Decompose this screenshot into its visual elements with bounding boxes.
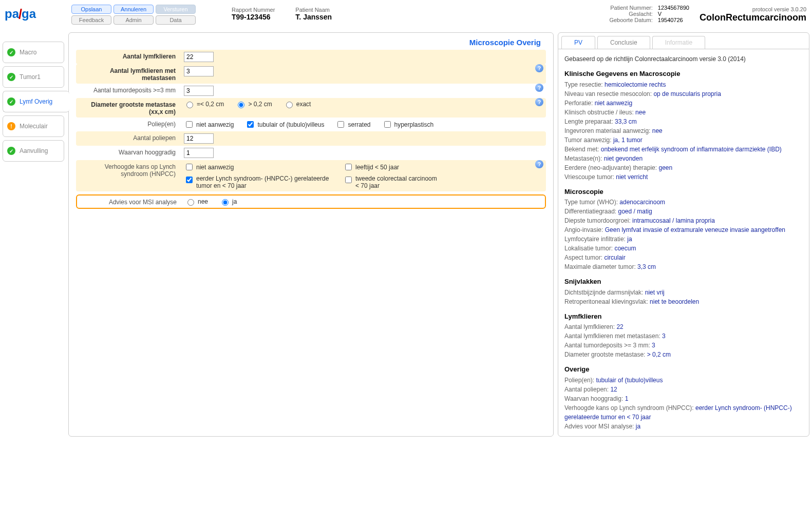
nav-aanvulling[interactable]: ✓ Aanvulling [3,140,64,162]
geboorte-label: Geboorte Datum: [609,17,652,23]
report-row: Lengte preparaat: 33,3 cm [564,117,803,126]
msi-opt-ja[interactable] [222,199,229,206]
report-row: Niveau van resectie mesocolon: op de mus… [564,89,803,99]
feedback-button[interactable]: Feedback [71,15,111,25]
help-icon[interactable]: ? [535,98,543,106]
nav-tumor1[interactable]: ✓ Tumor1 [3,66,64,88]
report-row: Bekend met: onbekend met erfelijk syndro… [564,145,803,154]
report-row: Tumor aanwezig: ja, 1 tumor [564,135,803,145]
diameter-opt-b-label: > 0,2 cm [248,101,272,108]
lynch-opt-c-label: eerder Lynch syndroom- (HNPCC-) gerelate… [196,175,330,189]
warn-icon: ! [7,122,15,130]
annuleren-button[interactable]: Annuleren [114,5,154,14]
report-s3-title: Snijvlakken [564,277,803,287]
report-s1-title: Klinische Gegevens en Macroscopie [564,69,803,79]
report-row: Aspect tumor: circulair [564,253,803,262]
msi-opt-nee[interactable] [187,199,194,206]
diameter-label: Diameter grootste metastase (xx,x cm) [76,98,180,118]
report-s2-title: Microscopie [564,187,803,197]
lynch-opt-d-label: tweede colorectaal carcinoom < 70 jaar [355,175,438,189]
report-row: Angio-invasie: Geen lymfvat invasie of e… [564,225,803,234]
poliep-opt-c-label: serrated [348,121,370,128]
report-row: Lymfocytaire infiltratie: ja [564,234,803,244]
lynch-label: Verhoogde kans op Lynch syndroom (HNPCC) [76,160,180,180]
report-row: Aantal lymfklieren: 22 [564,322,803,331]
report-row: Eerdere (neo-adjuvante) therapie: geen [564,163,803,172]
lynch-opt-b[interactable] [345,164,352,170]
aantal-poliep-input[interactable] [184,133,214,144]
msi-opt-nee-label: nee [198,198,208,205]
aantal-lymf-input[interactable] [184,52,214,62]
geslacht-value: V [658,11,689,17]
nav-moleculair[interactable]: ! Moleculair [3,115,64,137]
report-row: Advies voor MSI analyse: ja [564,422,803,431]
check-icon: ✓ [7,97,15,106]
tumordeposits-label: Aantal tumordeposits >=3 mm [76,84,180,96]
report-s1: Type resectie: hemicolectomie rechtsNive… [564,80,803,182]
tab-pv[interactable]: PV [561,36,595,49]
report-row: Differentiatiegraad: goed / matig [564,207,803,216]
check-icon: ✓ [7,147,15,155]
poliep-opt-c[interactable] [337,121,344,128]
report-row: Aantal tumordeposits >= 3 mm: 3 [564,341,803,350]
tumordeposits-input[interactable] [184,86,214,96]
rapport-label: Rapport Nummer [232,7,275,13]
report-content: Gebaseerd op de richtlijn Colonrectaalca… [558,49,809,436]
report-row: Type resectie: hemicolectomie rechts [564,80,803,89]
hooggradig-label: Waarvan hooggradig [76,146,180,158]
poliep-opt-b[interactable] [247,121,254,128]
hooggradig-input[interactable] [184,148,214,158]
report-s4-title: Lymfklieren [564,311,803,322]
nav-macro[interactable]: ✓ Macro [3,42,64,63]
poliep-opt-a[interactable] [186,121,193,128]
report-s4: Aantal lymfklieren: 22Aantal lymfklieren… [564,322,803,359]
aantal-lymf-met-label: Aantal lymfklieren met metastasen [76,64,180,84]
lynch-opt-a-label: niet aanwezig [196,164,234,171]
nav-label: Tumor1 [20,73,41,81]
diameter-opt-c[interactable] [286,102,293,108]
patient-naam-block: Patient Naam T. Janssen [295,7,332,21]
data-button[interactable]: Data [156,15,196,25]
aantal-lymf-met-input[interactable] [184,66,214,76]
geslacht-label: Geslacht: [609,11,652,17]
help-icon[interactable]: ? [535,84,543,92]
patient-meta: Patient Nummer: 1234567890 Geslacht: V G… [609,5,689,23]
diameter-opt-a[interactable] [186,102,193,108]
geboorte-value: 19540726 [658,17,689,23]
report-row: Dichtstbijzijnde darmsnijvlak: niet vrij [564,288,803,297]
admin-button[interactable]: Admin [114,15,154,25]
aantal-lymf-label: Aantal lymfklieren [76,50,180,62]
rapport-value: T99-123456 [232,13,275,21]
lynch-opt-b-label: leeftijd < 50 jaar [355,164,399,171]
diameter-opt-b[interactable] [238,102,244,108]
poliep-opt-d-label: hyperplastisch [394,121,434,128]
check-icon: ✓ [7,73,15,81]
nav-label: Moleculair [20,123,48,130]
report-row: Klinisch obstructie / ileus: nee [564,108,803,117]
diameter-opt-c-label: exact [296,101,311,108]
report-row: Lokalisatie tumor: coecum [564,244,803,253]
report-row: Poliep(en): tubulair of (tubulo)villeus [564,376,803,385]
patient-label: Patient Naam [295,7,332,13]
opslaan-button[interactable]: Opslaan [71,5,111,14]
poliep-opt-d[interactable] [384,121,391,128]
tab-conclusie[interactable]: Conclusie [597,36,650,49]
protocol-title: ColonRectumcarcinoom [700,12,806,23]
help-icon[interactable]: ? [535,160,543,168]
poliep-opt-b-label: tubulair of (tubulo)villeus [257,121,324,128]
tab-informatie[interactable]: Informatie [652,36,705,49]
help-icon[interactable]: ? [535,64,543,72]
aantal-poliep-label: Aantal poliepen [76,131,180,144]
report-s5: Poliep(en): tubulair of (tubulo)villeusA… [564,376,803,431]
lynch-opt-a[interactable] [186,164,193,170]
report-s2: Type tumor (WHO): adenocarcinoomDifferen… [564,198,803,271]
report-intro: Gebaseerd op de richtlijn Colonrectaalca… [564,54,803,64]
nav-label: Macro [20,49,36,56]
nav-lymf-overig[interactable]: ✓ Lymf Overig [3,91,69,112]
lynch-opt-d[interactable] [345,177,352,183]
lynch-opt-c[interactable] [186,177,193,183]
nav-label: Aanvulling [20,147,48,154]
report-row: Metastase(n): niet gevonden [564,154,803,163]
report-s3: Dichtstbijzijnde darmsnijvlak: niet vrij… [564,288,803,306]
versturen-button[interactable]: Versturen [156,5,196,14]
